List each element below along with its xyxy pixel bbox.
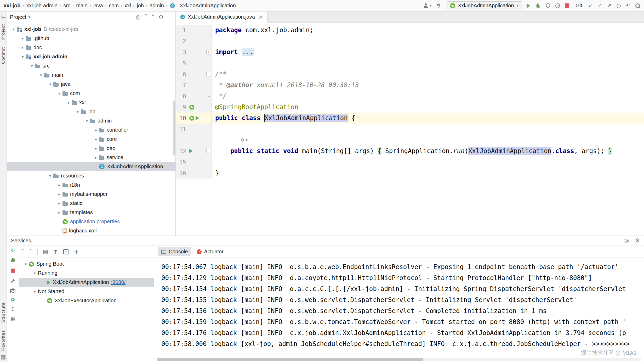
breadcrumb-item-module[interactable]: xxl-job-admin	[26, 3, 58, 9]
chevron-right-icon[interactable]: ▸	[56, 183, 62, 187]
tab-actuator[interactable]: Actuator	[193, 247, 226, 256]
tree-item-root[interactable]: ▾xxl-jobD:\code\xxl-job	[7, 25, 175, 34]
fold-collapse-icon[interactable]: −	[206, 72, 211, 76]
stop-button[interactable]	[565, 3, 569, 8]
code-editor[interactable]: 1package com.xxl.job.admin; 2 3+import .…	[176, 23, 644, 236]
float-mode-icon[interactable]: ◎	[624, 238, 629, 243]
breadcrumb-item-src[interactable]: src	[63, 3, 70, 9]
chevron-down-icon[interactable]: ▾	[28, 15, 30, 19]
tree-item-dao[interactable]: ▸dao	[7, 144, 175, 153]
breadcrumb-item-admin[interactable]: admin	[150, 3, 164, 9]
breadcrumb-item-java[interactable]: java	[93, 3, 103, 9]
tree-item-mybatis-mapper[interactable]: ▸mybatis-mapper	[7, 190, 175, 199]
gear-icon[interactable]: ⚙	[159, 14, 164, 20]
tree-item-main-class[interactable]: XxlJobAdminApplication	[7, 162, 175, 171]
spring-bean-icon[interactable]	[189, 105, 194, 110]
tree-item-logback-xml[interactable]: logback.xml	[7, 226, 175, 235]
stripe-project-button[interactable]: Project	[1, 24, 6, 40]
tree-item-admin[interactable]: ▾admin	[7, 116, 175, 125]
stop-icon[interactable]	[11, 268, 15, 274]
breadcrumb-item-xxl[interactable]: xxl	[124, 3, 131, 9]
breadcrumb-item-job[interactable]: job	[137, 3, 144, 9]
stripe-commit-button[interactable]: Commit	[1, 47, 6, 64]
windows-icon[interactable]: ▦	[1, 354, 6, 360]
collapse-all-icon[interactable]: ˄	[30, 249, 32, 254]
search-everywhere-button[interactable]	[635, 3, 640, 8]
chevron-right-icon[interactable]: ▸	[93, 128, 99, 132]
history-button[interactable]: ◷	[616, 3, 621, 8]
tab-xxljobadminapplication[interactable]: XxlJobAdminApplication.java ×	[176, 12, 267, 23]
build-button[interactable]	[436, 3, 442, 9]
fold-collapse-icon[interactable]: −	[206, 149, 211, 153]
chevron-down-icon[interactable]: ▾	[32, 289, 38, 294]
chevron-right-icon[interactable]: ▸	[56, 210, 62, 215]
tree-item-doc[interactable]: ▸doc	[7, 43, 175, 52]
chevron-right-icon[interactable]: ▸	[20, 36, 26, 41]
tab-console[interactable]: Console	[158, 247, 191, 256]
tree-item-github[interactable]: ▸.github	[7, 34, 175, 43]
horizontal-scrollbar[interactable]	[157, 358, 423, 361]
export-icon[interactable]: ↧	[10, 307, 15, 312]
chevron-right-icon[interactable]: ▸	[56, 192, 62, 197]
coverage-button[interactable]	[545, 3, 551, 9]
tree-item-core[interactable]: ▸core	[7, 135, 175, 144]
push-button[interactable]: ↗	[607, 3, 612, 8]
chevron-down-icon[interactable]: ▾	[32, 271, 38, 276]
chevron-right-icon[interactable]: ▸	[93, 155, 99, 160]
chevron-down-icon[interactable]: ▾	[38, 73, 44, 77]
tree-item-templates[interactable]: ▸templates	[7, 208, 175, 217]
services-item-executor-app[interactable]: XxlJobExecutorApplication	[19, 296, 154, 305]
tool-window-icon[interactable]	[2, 15, 5, 18]
chevron-down-icon[interactable]: ▾	[29, 64, 35, 68]
port-link[interactable]: :8080/	[111, 279, 126, 285]
gear-icon[interactable]: ⚙	[635, 238, 640, 243]
debug-button[interactable]	[535, 3, 541, 9]
tree-item-com[interactable]: ▾com	[7, 89, 175, 98]
tree-item-application-properties[interactable]: application.properties	[7, 217, 175, 226]
tree-item-job[interactable]: ▾job	[7, 107, 175, 116]
services-item-admin-app[interactable]: XxlJobAdminApplication:8080/	[19, 278, 154, 287]
soft-exit-icon[interactable]: ♻	[10, 297, 15, 303]
tree-item-resources[interactable]: ▾resources	[7, 171, 175, 180]
tree-item-src[interactable]: ▾src	[7, 61, 175, 70]
console-output[interactable]: 00:17:54.067 logback [main] INFO o.s.b.a…	[154, 258, 644, 362]
chevron-down-icon[interactable]: ▾	[47, 82, 53, 87]
rerun-icon[interactable]: ↻	[10, 248, 15, 253]
layout-icon[interactable]: ▦	[10, 316, 15, 321]
close-icon[interactable]: ×	[258, 14, 263, 20]
expand-all-icon[interactable]: ˅	[145, 14, 148, 20]
tree-item-service[interactable]: ▸service	[7, 153, 175, 162]
run-method-icon[interactable]	[189, 149, 193, 153]
chevron-down-icon[interactable]: ▾	[47, 174, 53, 178]
chevron-right-icon[interactable]: ▸	[93, 137, 99, 142]
chevron-down-icon[interactable]: ▾	[10, 27, 17, 32]
tree-item-i18n[interactable]: ▸i18n	[7, 180, 175, 190]
services-item-running[interactable]: ▾Running	[19, 269, 154, 278]
breadcrumb-item-class[interactable]: XxlJobAdminApplication	[180, 3, 236, 9]
profiler-button[interactable]	[555, 3, 560, 8]
vertical-scrollbar[interactable]	[173, 101, 175, 155]
tree-item-java[interactable]: ▾java	[7, 80, 175, 89]
chevron-right-icon[interactable]: ▸	[56, 201, 62, 206]
thread-dump-icon[interactable]	[10, 289, 15, 293]
chevron-down-icon[interactable]: ▾	[75, 109, 81, 114]
chevron-down-icon[interactable]: ▾	[56, 91, 62, 96]
chevron-down-icon[interactable]: ▾	[84, 119, 90, 123]
run-configuration-select[interactable]: XxlJobAdminApplication ▾	[447, 1, 522, 10]
run-button[interactable]	[527, 3, 530, 8]
tree-item-static[interactable]: ▸static	[7, 199, 175, 208]
run-method-inlay[interactable]: ⚙▾	[240, 138, 248, 142]
tree-item-xxl[interactable]: ▾xxl	[7, 98, 175, 107]
spring-bean-icon[interactable]	[189, 116, 194, 121]
rollback-button[interactable]: ↶	[626, 3, 630, 8]
stripe-structure-button[interactable]: Structure	[1, 302, 6, 323]
breadcrumb-item-project[interactable]: xxl-job	[4, 3, 20, 9]
project-view-title[interactable]: Project	[10, 14, 26, 20]
collapse-all-icon[interactable]: ˄	[152, 14, 155, 20]
filter-icon[interactable]	[53, 250, 58, 254]
chevron-right-icon[interactable]: ▸	[20, 45, 26, 50]
expand-all-icon[interactable]: ˅	[21, 249, 24, 254]
run-class-icon[interactable]	[196, 116, 199, 120]
breadcrumb-item-main[interactable]: main	[76, 3, 87, 9]
chevron-down-icon[interactable]: ▾	[22, 262, 29, 266]
